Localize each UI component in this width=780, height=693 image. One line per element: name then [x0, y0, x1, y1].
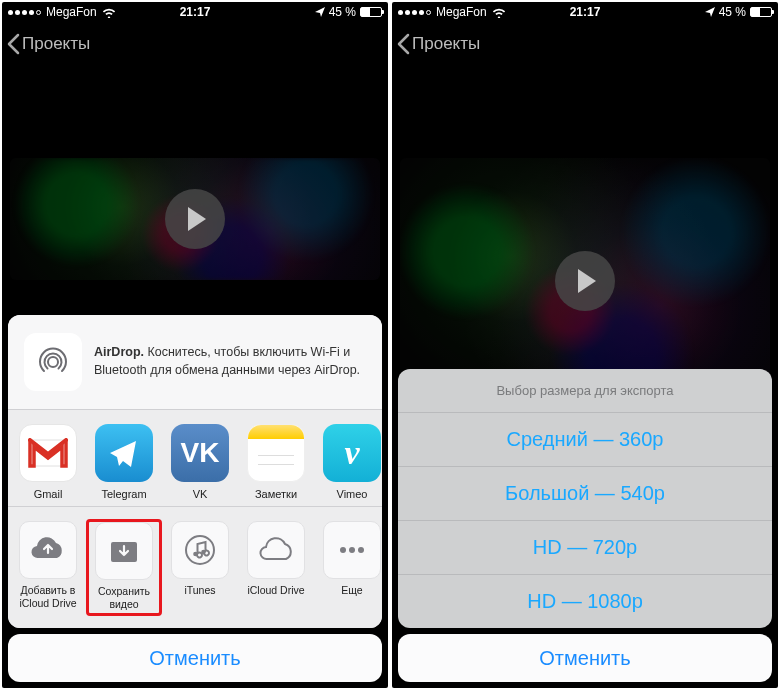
signal-dots-icon: [398, 10, 431, 15]
save-video-icon: [95, 522, 153, 580]
airdrop-icon: [24, 333, 82, 391]
status-bar: MegaFon 21:17 45 %: [2, 2, 388, 22]
battery-pct: 45 %: [329, 5, 356, 19]
back-label[interactable]: Проекты: [412, 34, 480, 54]
carrier-label: MegaFon: [46, 5, 97, 19]
battery-icon: [750, 7, 772, 17]
notes-icon: [247, 424, 305, 482]
gmail-icon: [19, 424, 77, 482]
action-row: Добавить в iCloud Drive Сохранить видео …: [8, 507, 382, 628]
battery-icon: [360, 7, 382, 17]
vk-icon: VK: [171, 424, 229, 482]
export-option-1080p[interactable]: HD — 1080p: [398, 574, 772, 628]
wifi-icon: [492, 7, 506, 18]
back-chevron-icon[interactable]: [6, 33, 20, 55]
back-chevron-icon[interactable]: [396, 33, 410, 55]
svg-point-6: [349, 547, 355, 553]
cloud-upload-icon: [19, 521, 77, 579]
cancel-button[interactable]: Отменить: [8, 634, 382, 682]
video-thumbnail[interactable]: [400, 158, 770, 404]
action-save-video[interactable]: Сохранить видео: [86, 519, 162, 616]
share-app-vimeo[interactable]: v Vimeo: [314, 424, 382, 500]
back-label[interactable]: Проекты: [22, 34, 90, 54]
wifi-icon: [102, 7, 116, 18]
export-option-540p[interactable]: Большой — 540p: [398, 466, 772, 520]
nav-bar: Проекты: [392, 22, 778, 66]
svg-point-5: [340, 547, 346, 553]
export-size-sheet: Выбор размера для экспорта Средний — 360…: [398, 369, 772, 628]
clock: 21:17: [180, 5, 211, 19]
battery-pct: 45 %: [719, 5, 746, 19]
svg-point-7: [358, 547, 364, 553]
more-icon: [323, 521, 381, 579]
export-option-360p[interactable]: Средний — 360p: [398, 412, 772, 466]
share-app-notes[interactable]: Заметки: [238, 424, 314, 500]
export-header: Выбор размера для экспорта: [398, 369, 772, 412]
play-button[interactable]: [555, 251, 615, 311]
cancel-button[interactable]: Отменить: [398, 634, 772, 682]
play-button[interactable]: [165, 189, 225, 249]
video-thumbnail[interactable]: [10, 158, 380, 280]
export-option-720p[interactable]: HD — 720p: [398, 520, 772, 574]
action-add-icloud[interactable]: Добавить в iCloud Drive: [10, 521, 86, 616]
vimeo-icon: v: [323, 424, 381, 482]
status-bar: MegaFon 21:17 45 %: [392, 2, 778, 22]
clock: 21:17: [570, 5, 601, 19]
carrier-label: MegaFon: [436, 5, 487, 19]
action-itunes[interactable]: iTunes: [162, 521, 238, 616]
phone-left: MegaFon 21:17 45 % Проекты AirDrop. Косн…: [2, 2, 388, 688]
share-apps-row: Gmail Telegram VK VK Заметки v Vimeo: [8, 410, 382, 506]
svg-point-3: [193, 551, 198, 556]
location-arrow-icon: [315, 7, 325, 17]
telegram-icon: [95, 424, 153, 482]
airdrop-row[interactable]: AirDrop. Коснитесь, чтобы включить Wi-Fi…: [8, 315, 382, 409]
action-icloud-drive[interactable]: iCloud Drive: [238, 521, 314, 616]
signal-dots-icon: [8, 10, 41, 15]
itunes-icon: [171, 521, 229, 579]
airdrop-text: AirDrop. Коснитесь, чтобы включить Wi-Fi…: [94, 344, 366, 379]
svg-point-2: [186, 536, 214, 564]
phone-right: MegaFon 21:17 45 % Проекты Выбор размера…: [392, 2, 778, 688]
svg-point-0: [48, 357, 58, 367]
nav-bar: Проекты: [2, 22, 388, 66]
share-app-gmail[interactable]: Gmail: [10, 424, 86, 500]
action-more[interactable]: Еще: [314, 521, 382, 616]
share-app-telegram[interactable]: Telegram: [86, 424, 162, 500]
location-arrow-icon: [705, 7, 715, 17]
cloud-icon: [247, 521, 305, 579]
svg-point-4: [201, 549, 206, 554]
share-app-vk[interactable]: VK VK: [162, 424, 238, 500]
share-sheet: AirDrop. Коснитесь, чтобы включить Wi-Fi…: [8, 315, 382, 628]
